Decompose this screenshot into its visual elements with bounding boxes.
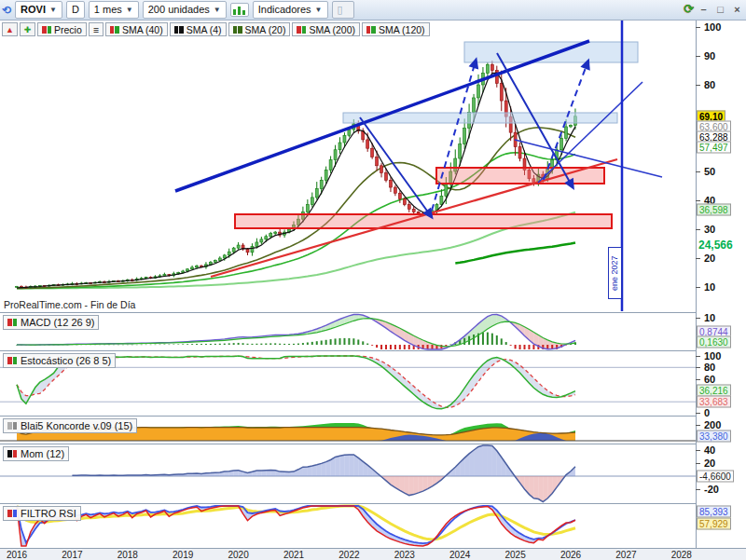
axis-tick: 60 [704,374,715,385]
chevron-down-icon: ▼ [126,4,133,16]
value-label: 57,929 [697,518,731,530]
legend-item-sma-4-[interactable]: SMA (4) [170,22,227,36]
value-label: 85,393 [697,506,731,518]
value-label: 33,683 [697,396,731,408]
panel-title-rsi[interactable]: FILTRO RSI [3,506,81,521]
axis-tick-mark [696,463,700,464]
axis-tick-mark [696,27,700,28]
axis-tick-mark [696,287,700,288]
year-label: 2024 [449,550,470,560]
chevron-down-icon: ▼ [315,4,323,16]
year-label: 2023 [394,550,415,560]
year-label: 2019 [173,550,193,560]
year-label: 2017 [62,550,82,560]
legend-item-precio[interactable]: Precio [37,22,87,36]
chevron-down-icon: ▼ [49,4,57,16]
price-legend: ▲ ✚ Precio ≡ SMA (40)SMA (4)SMA (20)SMA … [2,22,430,36]
axis-tick: -20 [704,484,719,495]
panel-title-stochastic[interactable]: Estocástico (26 8 5) [3,353,116,368]
panel-title-koncorde[interactable]: Blai5 Koncorde v.09 (15) [3,418,137,433]
sma-icon [366,26,376,34]
axis-tick-mark [696,489,700,490]
panel-separator [0,444,697,444]
axis-tick-mark [696,56,700,57]
panel-title-mom[interactable]: Mom (12) [3,446,69,461]
axis-tick: 90 [704,50,715,61]
maximize-button[interactable]: □ [713,4,727,15]
axis-tick: 80 [704,362,715,373]
axis-tick-mark [696,425,700,426]
axis-tick-mark [696,85,700,86]
year-label: 2027 [615,550,636,560]
axis-tick-mark [696,200,700,201]
list-icon-button[interactable]: ≡ [89,22,104,36]
axis-tick: 50 [704,166,715,177]
year-label: 2018 [117,550,138,560]
axis-tick-mark [696,229,700,230]
chevron-down-icon: ▼ [214,4,221,16]
axis-tick: 30 [704,224,715,235]
extra-tool-button[interactable]: ▯ [332,1,354,19]
legend-item-sma-20-[interactable]: SMA (20) [228,22,291,36]
candles-icon [42,26,51,34]
legend-item-sma-200-[interactable]: SMA (200) [292,22,360,36]
price-axis-line [696,20,697,548]
value-label: 57,497 [697,142,731,154]
sma-icon [110,26,119,34]
refresh-icon[interactable]: ⟳ [684,3,694,15]
scroll-left-button[interactable]: ▲ [2,22,18,36]
units-select[interactable]: 200 unidades ▼ [143,1,227,19]
value-label: 0,1630 [697,336,731,348]
axis-tick: 10 [704,281,715,293]
minimize-button[interactable]: – [697,4,711,15]
year-label: 2016 [7,550,27,560]
window-controls: ⟳ – □ × [684,3,744,15]
axis-tick-mark [696,450,700,451]
panel-separator [0,416,697,417]
toolbar: ⟲ ROVI ▼ D 1 mes ▼ 200 unidades ▼ Indica… [0,0,746,20]
symbol-select[interactable]: ROVI ▼ [15,1,62,19]
future-date-label: ene 2027 [608,247,622,299]
axis-tick: 200 [704,419,721,430]
indicator-icon [7,422,17,430]
value-label: -4,6600 [697,471,734,483]
year-label: 2020 [228,550,248,560]
axis-tick: 10 [704,312,715,323]
axis-tick: 100 [704,21,721,33]
year-label: 2028 [671,550,692,560]
indicator-icon [7,357,17,364]
axis-tick: 100 [704,350,721,362]
panel-separator [0,312,697,313]
year-label: 2025 [504,550,525,560]
panel-separator [0,350,697,351]
close-button[interactable]: × [730,4,744,15]
indicator-icon [7,450,17,458]
year-label: 2022 [338,550,359,560]
axis-tick-mark [696,356,700,357]
axis-tick-mark [696,318,700,319]
indicators-select[interactable]: Indicadores ▼ [253,1,328,19]
year-label: 2021 [283,550,304,560]
sma-icon [297,26,306,34]
legend-item-sma-120-[interactable]: SMA (120) [362,22,430,36]
period-select[interactable]: 1 mes ▼ [89,1,139,19]
value-label: 36,598 [697,204,731,216]
panel-title-macd[interactable]: MACD (12 26 9) [3,315,99,330]
year-label: 2026 [560,550,581,560]
panel-separator [0,503,697,504]
sma-icon [233,26,242,34]
axis-tick-mark [696,171,700,172]
value-label: 33,380 [697,430,731,443]
add-button[interactable]: ✚ [20,22,35,36]
watermark: ProRealTime.com - Fin de Día [4,299,135,310]
legend-item-sma-40-[interactable]: SMA (40) [105,22,168,36]
indicator-icon [7,319,17,326]
time-axis[interactable]: 2016201720182019202020212022202320242025… [0,548,746,560]
axis-tick-mark [696,258,700,259]
sync-icon[interactable]: ⟲ [2,5,11,16]
chart-style-icon[interactable] [230,3,249,17]
daily-button[interactable]: D [66,1,85,19]
sma-icon [174,26,184,34]
symbol-label: ROVI [21,4,46,16]
axis-tick: 80 [704,79,715,90]
